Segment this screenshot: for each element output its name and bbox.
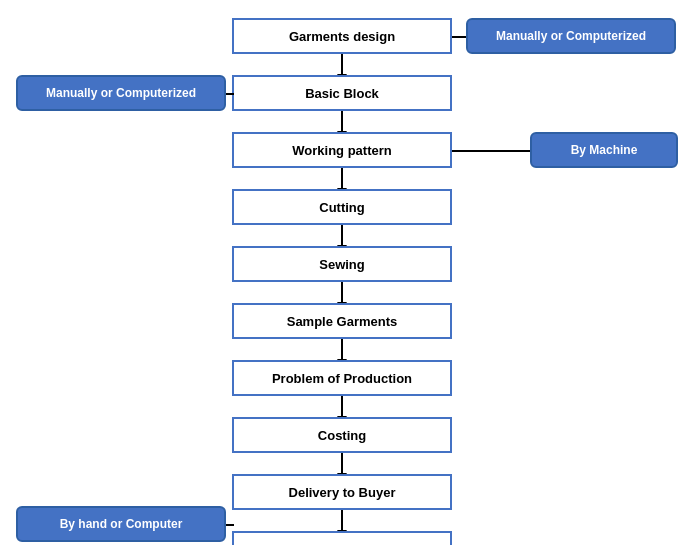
arrow-9	[341, 510, 343, 531]
arrow-3	[341, 168, 343, 189]
arrow-4	[341, 225, 343, 246]
side-box-by-machine: By Machine	[530, 132, 678, 168]
arrow-8	[341, 453, 343, 474]
arrow-5	[341, 282, 343, 303]
flow-box-sample-garments: Sample Garments	[232, 303, 452, 339]
connector-left-basic-block	[226, 93, 234, 95]
flow-box-problem-of-production: Problem of Production	[232, 360, 452, 396]
flow-box-sewing: Sewing	[232, 246, 452, 282]
arrow-7	[341, 396, 343, 417]
connector-left-production	[226, 524, 234, 526]
diagram: Garments design Basic Block Working patt…	[0, 0, 694, 545]
arrow-2	[341, 111, 343, 132]
arrow-6	[341, 339, 343, 360]
flow-box-cutting: Cutting	[232, 189, 452, 225]
flow-box-basic-block: Basic Block	[232, 75, 452, 111]
flow-box-working-pattern: Working pattern	[232, 132, 452, 168]
flow-box-garments-design: Garments design	[232, 18, 452, 54]
side-box-manually-computerized-left: Manually or Computerized	[16, 75, 226, 111]
flow-box-costing: Costing	[232, 417, 452, 453]
flow-box-sample-approval: Sample Approval	[232, 531, 452, 545]
connector-right-working-pattern	[452, 150, 530, 152]
connector-right-garments	[452, 36, 466, 38]
arrow-1	[341, 54, 343, 75]
side-box-by-hand-computer: By hand or Computer	[16, 506, 226, 542]
side-box-manually-computerized-right: Manually or Computerized	[466, 18, 676, 54]
flow-box-delivery-to-buyer: Delivery to Buyer	[232, 474, 452, 510]
